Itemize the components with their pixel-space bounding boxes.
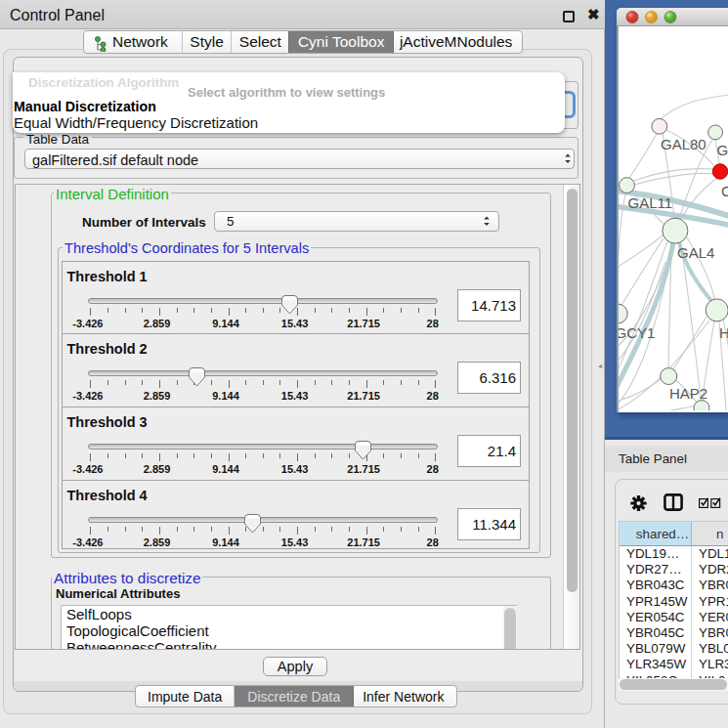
svg-text:GCY1: GCY1 xyxy=(619,324,655,341)
svg-text:G: G xyxy=(717,142,728,158)
svg-text:C: C xyxy=(721,183,728,199)
svg-text:GAL80: GAL80 xyxy=(661,136,707,152)
svg-text:HAP2: HAP2 xyxy=(669,385,707,402)
svg-text:H: H xyxy=(719,324,728,341)
svg-text:GAL11: GAL11 xyxy=(628,194,673,211)
svg-text:GAL4: GAL4 xyxy=(677,244,714,261)
